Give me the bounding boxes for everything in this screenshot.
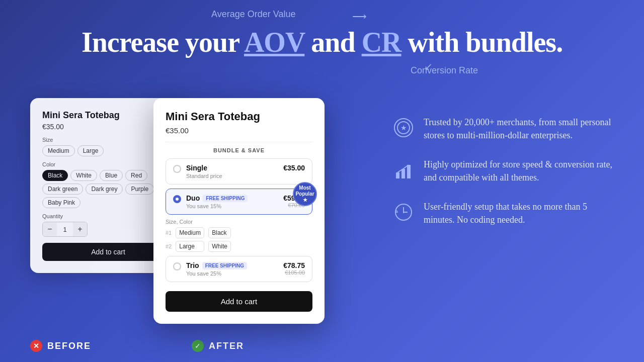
quantity-control: − 1 + xyxy=(42,222,88,237)
average-order-arrow: ⟶ xyxy=(352,10,367,22)
bundle-trio-name: Trio xyxy=(186,261,199,269)
after-card: Mini Sera Totebag €35.00 BUNDLE & SAVE S… xyxy=(153,98,325,324)
bundle-trio-orig-price: €105.00 xyxy=(283,269,305,276)
bundle-trio-price: €78.75 xyxy=(283,261,305,269)
bundle-single-price-col: €35.00 xyxy=(283,164,305,172)
size-medium-pill[interactable]: Medium xyxy=(42,145,75,156)
after-product-title: Mini Sera Totebag xyxy=(166,110,312,123)
after-label-text: AFTER xyxy=(209,341,244,351)
svg-rect-3 xyxy=(396,172,399,178)
clock-icon xyxy=(392,201,415,223)
variant-2-color-select[interactable]: WhiteBlackBlue xyxy=(208,241,231,252)
radio-trio xyxy=(173,262,181,270)
trio-free-shipping-badge: FREE SHIPPING xyxy=(202,262,247,269)
bundle-single-price: €35.00 xyxy=(283,164,305,172)
features-area: ★ Trusted by 20,000+ merchants, from sma… xyxy=(392,116,614,243)
bundle-trio-price-col: €78.75 €105.00 xyxy=(283,261,305,276)
feature-item-1: ★ Trusted by 20,000+ merchants, from sma… xyxy=(392,116,614,142)
variant-row-2: #2 LargeMedium WhiteBlackBlue xyxy=(166,241,312,252)
average-order-label: Average Order Value xyxy=(211,9,295,20)
variant-num-1: #1 xyxy=(166,230,172,236)
after-label-item: ✓ AFTER xyxy=(192,340,244,352)
bundle-single-info: Single Standard price xyxy=(186,164,278,179)
color-darkgreen-pill[interactable]: Dark green xyxy=(42,184,83,195)
bundle-trio-info: Trio FREE SHIPPING You save 25% xyxy=(186,261,278,277)
bundle-single-subtitle: Standard price xyxy=(186,173,278,179)
bottom-labels: ✕ BEFORE ✓ AFTER xyxy=(30,340,244,352)
before-x-icon: ✕ xyxy=(30,340,42,352)
color-blue-pill[interactable]: Blue xyxy=(100,170,123,181)
bundle-option-single[interactable]: Single Standard price €35.00 xyxy=(166,158,312,185)
before-label-item: ✕ BEFORE xyxy=(30,340,91,352)
color-red-pill[interactable]: Red xyxy=(125,170,147,181)
feature-text-2: Highly optimized for store speed & conve… xyxy=(424,158,614,184)
variant-1-size-select[interactable]: MediumLarge xyxy=(176,227,204,238)
variant-label: Size, Color xyxy=(166,219,312,225)
quantity-increase-button[interactable]: + xyxy=(73,222,87,236)
color-purple-pill[interactable]: Purple xyxy=(125,184,154,195)
bundle-duo-subtitle: You save 15% xyxy=(186,203,278,209)
conversion-label: Conversion Rate xyxy=(411,65,478,76)
before-label-text: BEFORE xyxy=(47,341,91,351)
bundle-single-name: Single xyxy=(186,164,207,172)
size-large-pill[interactable]: Large xyxy=(77,145,104,156)
feature-item-3: User-friendly setup that takes no more t… xyxy=(392,200,614,226)
bundle-option-duo[interactable]: Duo FREE SHIPPING You save 15% €59.50 €7… xyxy=(166,189,312,215)
feature-text-3: User-friendly setup that takes no more t… xyxy=(424,200,614,226)
svg-text:★: ★ xyxy=(400,124,407,132)
radio-duo xyxy=(173,195,181,203)
variant-num-2: #2 xyxy=(166,243,172,249)
medal-icon: ★ xyxy=(392,117,415,139)
bundle-duo-name: Duo xyxy=(186,194,200,202)
feature-item-2: Highly optimized for store speed & conve… xyxy=(392,158,614,184)
color-white-pill[interactable]: White xyxy=(70,170,97,181)
color-darkgrey-pill[interactable]: Dark grey xyxy=(86,184,123,195)
main-headline: Increase your AOV and CR with bundles. xyxy=(0,9,644,58)
bundle-trio-subtitle: You save 25% xyxy=(186,270,278,277)
svg-rect-4 xyxy=(401,169,405,178)
variant-1-color-select[interactable]: BlackWhiteBlue xyxy=(208,227,231,238)
headline-part3: with bundles. xyxy=(401,27,563,58)
cr-highlight: CR xyxy=(362,27,401,58)
quantity-decrease-button[interactable]: − xyxy=(43,222,57,236)
duo-free-shipping-badge: FREE SHIPPING xyxy=(203,195,248,202)
most-popular-badge: MostPopular ★ xyxy=(293,182,317,206)
after-add-to-cart-button[interactable]: Add to cart xyxy=(166,291,312,312)
variant-2-size-select[interactable]: LargeMedium xyxy=(176,241,204,252)
radio-single xyxy=(173,165,181,173)
bundle-option-trio[interactable]: Trio FREE SHIPPING You save 25% €78.75 €… xyxy=(166,256,312,282)
headline-part2: and xyxy=(304,27,361,58)
header: Average Order Value ⟶ Increase your AOV … xyxy=(0,0,644,58)
quantity-value: 1 xyxy=(57,226,73,233)
after-check-icon: ✓ xyxy=(192,340,204,352)
chart-icon xyxy=(392,159,415,181)
bundle-save-label: BUNDLE & SAVE xyxy=(166,142,312,153)
bundle-duo-info: Duo FREE SHIPPING You save 15% xyxy=(186,194,278,209)
svg-rect-5 xyxy=(407,165,411,178)
aov-highlight: AOV xyxy=(244,27,304,58)
color-babypink-pill[interactable]: Baby Pink xyxy=(42,197,80,208)
color-black-pill[interactable]: Black xyxy=(42,170,68,181)
after-product-price: €35.00 xyxy=(166,126,312,135)
feature-text-1: Trusted by 20,000+ merchants, from small… xyxy=(424,116,614,142)
headline-part1: Increase your xyxy=(82,27,244,58)
variant-row-1: #1 MediumLarge BlackWhiteBlue xyxy=(166,227,312,238)
